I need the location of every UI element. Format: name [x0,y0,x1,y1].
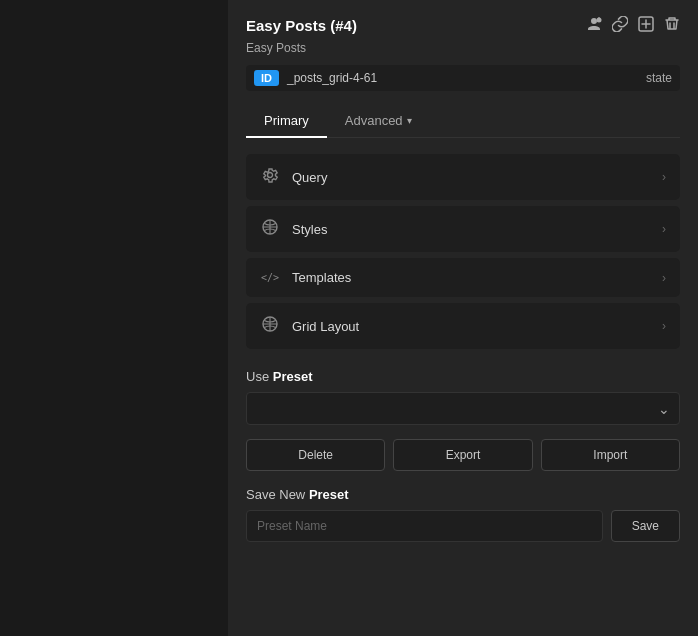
action-buttons: Delete Export Import [246,439,680,471]
templates-code-icon: </> [260,272,280,283]
use-preset-section: Use Preset [246,369,680,425]
export-button[interactable]: Export [393,439,532,471]
preset-select-wrapper [246,392,680,425]
grid-layout-chevron-icon: › [662,319,666,333]
trash-icon[interactable] [664,16,680,35]
use-preset-label: Use Preset [246,369,680,384]
delete-button[interactable]: Delete [246,439,385,471]
advanced-chevron-icon: ▾ [407,115,412,126]
panel-title: Easy Posts (#4) [246,17,357,34]
person-icon[interactable] [586,16,602,35]
preset-name-input[interactable] [246,510,603,542]
section-item-templates[interactable]: </> Templates › [246,258,680,297]
section-item-styles[interactable]: Styles › [246,206,680,252]
main-panel: Easy Posts (#4) [228,0,698,636]
save-preset-button[interactable]: Save [611,510,680,542]
section-list: Query › Styles › </> Templates › [246,154,680,349]
add-icon[interactable] [638,16,654,35]
section-grid-layout-label: Grid Layout [292,319,650,334]
save-preset-section: Save New Preset Save [246,487,680,542]
query-chevron-icon: › [662,170,666,184]
id-bar: ID _posts_grid-4-61 state [246,65,680,91]
styles-icon [260,218,280,240]
section-item-query[interactable]: Query › [246,154,680,200]
tab-advanced[interactable]: Advanced ▾ [327,105,430,138]
id-badge: ID [254,70,279,86]
templates-chevron-icon: › [662,271,666,285]
breadcrumb: Easy Posts [246,41,680,55]
import-button[interactable]: Import [541,439,680,471]
section-templates-label: Templates [292,270,650,285]
id-value: _posts_grid-4-61 [287,71,638,85]
section-query-label: Query [292,170,650,185]
sidebar [0,0,228,636]
link-icon[interactable] [612,16,628,35]
styles-chevron-icon: › [662,222,666,236]
grid-layout-icon [260,315,280,337]
state-label: state [646,71,672,85]
save-preset-row: Save [246,510,680,542]
tabs: Primary Advanced ▾ [246,105,680,138]
header-icons [586,16,680,35]
save-preset-label: Save New Preset [246,487,680,502]
section-styles-label: Styles [292,222,650,237]
preset-select[interactable] [246,392,680,425]
gear-icon [260,166,280,188]
header: Easy Posts (#4) [246,16,680,35]
section-item-grid-layout[interactable]: Grid Layout › [246,303,680,349]
tab-primary[interactable]: Primary [246,105,327,138]
